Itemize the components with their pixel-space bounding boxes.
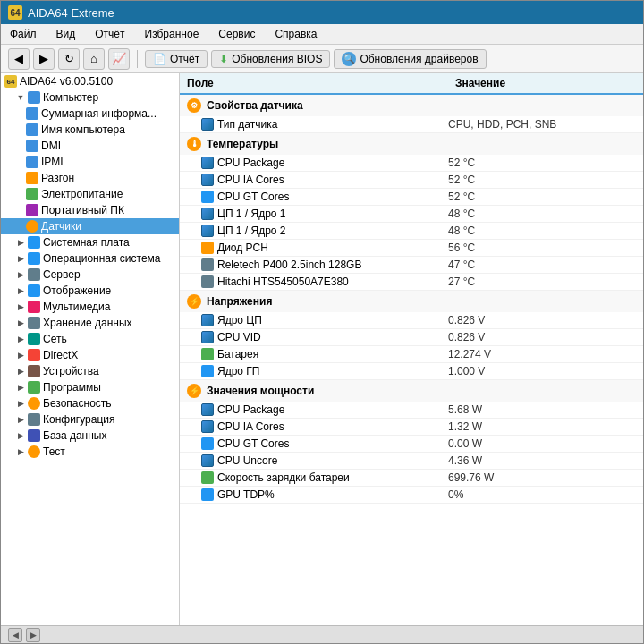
dx-arrow: ▶ bbox=[15, 350, 26, 360]
cpu-ia-cores-power-value: 1.32 W bbox=[448, 420, 636, 433]
reletech-temp-value: 47 °C bbox=[448, 258, 636, 271]
ipmi-icon bbox=[26, 156, 38, 168]
row-cpu-vid: CPU VID 0.826 V bbox=[180, 329, 643, 346]
diode-pch-temp-value: 56 °C bbox=[448, 242, 636, 254]
field-column-header: Поле bbox=[187, 77, 455, 89]
cpu-core1-temp-icon bbox=[201, 208, 214, 220]
dev-label: Устройства bbox=[43, 365, 99, 377]
prog-icon bbox=[28, 381, 40, 394]
title-bar: 64 AIDA64 Extreme bbox=[1, 1, 643, 24]
cpu-ia-cores-power-icon bbox=[201, 420, 214, 433]
power-label: Значения мощности bbox=[207, 385, 314, 397]
row-cpu-package-power: CPU Package 5.68 W bbox=[180, 402, 643, 419]
battery-volt-value: 12.274 V bbox=[448, 348, 636, 360]
sensor-type-value: CPU, HDD, PCH, SNB bbox=[448, 118, 636, 131]
sidebar-item-os[interactable]: ▶ Операционная система bbox=[1, 250, 179, 267]
comp-name-icon bbox=[26, 123, 38, 136]
app-title: AIDA64 Extreme bbox=[28, 6, 114, 20]
overclock-label: Разгон bbox=[41, 172, 74, 184]
sidebar-item-summary[interactable]: Суммарная информа... bbox=[1, 106, 179, 122]
battery-charge-field: Скорость зарядки батареи bbox=[217, 471, 350, 484]
sidebar-item-dmi[interactable]: DMI bbox=[1, 138, 179, 154]
sidebar-item-database[interactable]: ▶ База данных bbox=[1, 428, 179, 444]
sidebar-item-devices[interactable]: ▶ Устройства bbox=[1, 363, 179, 379]
cpu-core1-temp-field: ЦП 1 / Ядро 1 bbox=[217, 208, 286, 220]
cpu-gt-cores-temp-field: CPU GT Cores bbox=[217, 191, 289, 203]
row-cpu-core1-temp: ЦП 1 / Ядро 1 48 °C bbox=[180, 206, 643, 223]
cpu-package-temp-field: CPU Package bbox=[217, 157, 284, 169]
status-back-button[interactable]: ◀ bbox=[8, 628, 22, 642]
menu-view[interactable]: Вид bbox=[53, 26, 80, 42]
cpu-gt-cores-power-value: 0.00 W bbox=[448, 437, 636, 450]
sidebar-item-power[interactable]: Электропитание bbox=[1, 186, 179, 202]
summary-icon bbox=[26, 107, 38, 120]
chart-button[interactable]: 📈 bbox=[108, 48, 130, 70]
storage-label: Хранение данных bbox=[43, 317, 132, 329]
cpu-package-power-icon bbox=[201, 403, 214, 416]
cpu-gt-cores-power-icon bbox=[201, 437, 214, 450]
sidebar-item-sensors[interactable]: Датчики bbox=[1, 218, 179, 234]
network-icon bbox=[28, 333, 40, 345]
sidebar-item-display[interactable]: ▶ Отображение bbox=[1, 283, 179, 299]
menu-file[interactable]: Файл bbox=[6, 26, 40, 42]
mb-arrow: ▶ bbox=[15, 237, 26, 248]
server-label: Сервер bbox=[43, 268, 80, 281]
mm-label: Мультимедиа bbox=[43, 301, 110, 313]
cpu-uncore-power-icon bbox=[201, 454, 214, 467]
sidebar-item-ipmi[interactable]: IPMI bbox=[1, 154, 179, 170]
sidebar-item-network[interactable]: ▶ Сеть bbox=[1, 331, 179, 347]
main-window: 64 AIDA64 Extreme Файл Вид Отчёт Избранн… bbox=[0, 0, 644, 644]
report-button[interactable]: 📄 Отчёт bbox=[145, 50, 208, 68]
sidebar-item-directx[interactable]: ▶ DirectX bbox=[1, 347, 179, 363]
sidebar-item-server[interactable]: ▶ Сервер bbox=[1, 267, 179, 283]
bios-update-icon: ⬇ bbox=[219, 53, 228, 65]
menu-help[interactable]: Справка bbox=[271, 26, 320, 42]
sidebar-item-security[interactable]: ▶ Безопасность bbox=[1, 395, 179, 411]
status-forward-button[interactable]: ▶ bbox=[26, 628, 40, 642]
sidebar-item-programs[interactable]: ▶ Программы bbox=[1, 379, 179, 395]
mb-label: Системная плата bbox=[43, 236, 130, 249]
bios-update-button[interactable]: ⬇ Обновления BIOS bbox=[211, 50, 330, 68]
menu-service[interactable]: Сервис bbox=[215, 26, 258, 42]
back-button[interactable]: ◀ bbox=[8, 48, 30, 70]
dx-label: DirectX bbox=[43, 349, 78, 361]
sidebar-item-portable[interactable]: Портативный ПК bbox=[1, 202, 179, 218]
computer-label: Компьютер bbox=[43, 91, 98, 104]
driver-update-button[interactable]: 🔍 Обновления драйверов bbox=[334, 49, 486, 69]
row-reletech-temp: Reletech P400 2.5inch 128GB 47 °C bbox=[180, 257, 643, 274]
battery-charge-icon bbox=[201, 471, 214, 484]
toolbar-separator bbox=[137, 50, 138, 68]
forward-button[interactable]: ▶ bbox=[33, 48, 55, 70]
sidebar-item-storage[interactable]: ▶ Хранение данных bbox=[1, 315, 179, 331]
reletech-temp-icon bbox=[201, 258, 214, 271]
section-temperatures: 🌡 Температуры bbox=[180, 133, 643, 155]
home-button[interactable]: ⌂ bbox=[83, 48, 105, 70]
sidebar-item-motherboard[interactable]: ▶ Системная плата bbox=[1, 234, 179, 250]
cpu-package-power-field: CPU Package bbox=[217, 403, 284, 416]
battery-charge-value: 699.76 W bbox=[448, 471, 636, 484]
menu-favorites[interactable]: Избранное bbox=[141, 26, 203, 42]
row-diode-pch-temp: Диод PCH 56 °C bbox=[180, 240, 643, 257]
gpu-core-volt-field: Ядро ГП bbox=[217, 365, 259, 377]
sidebar-item-overclock[interactable]: Разгон bbox=[1, 170, 179, 186]
gpu-tdp-icon bbox=[201, 488, 214, 501]
sidebar: 64 AIDA64 v6.00.5100 ▼ Компьютер Суммарн… bbox=[1, 73, 180, 625]
os-icon bbox=[28, 252, 40, 265]
cpu-core2-temp-field: ЦП 1 / Ядро 2 bbox=[217, 225, 286, 237]
gpu-tdp-field: GPU TDP% bbox=[217, 488, 275, 501]
refresh-button[interactable]: ↻ bbox=[58, 48, 80, 70]
test-label: Тест bbox=[43, 445, 65, 458]
row-cpu-ia-cores-temp: CPU IA Cores 52 °C bbox=[180, 172, 643, 189]
test-icon bbox=[28, 445, 40, 458]
menu-report[interactable]: Отчёт bbox=[91, 26, 128, 42]
sidebar-item-computer-name[interactable]: Имя компьютера bbox=[1, 122, 179, 138]
sidebar-item-config[interactable]: ▶ Конфигурация bbox=[1, 411, 179, 428]
value-column-header: Значение bbox=[455, 77, 636, 89]
content-panel: Поле Значение ⚙ Свойства датчика Тип дат… bbox=[180, 73, 643, 625]
network-label: Сеть bbox=[43, 333, 67, 345]
sidebar-item-computer[interactable]: ▼ Компьютер bbox=[1, 89, 179, 106]
sidebar-item-multimedia[interactable]: ▶ Мультимедиа bbox=[1, 299, 179, 315]
row-cpu-core-voltage: Ядро ЦП 0.826 V bbox=[180, 312, 643, 329]
summary-label: Суммарная информа... bbox=[41, 107, 157, 120]
sidebar-item-test[interactable]: ▶ Тест bbox=[1, 444, 179, 460]
